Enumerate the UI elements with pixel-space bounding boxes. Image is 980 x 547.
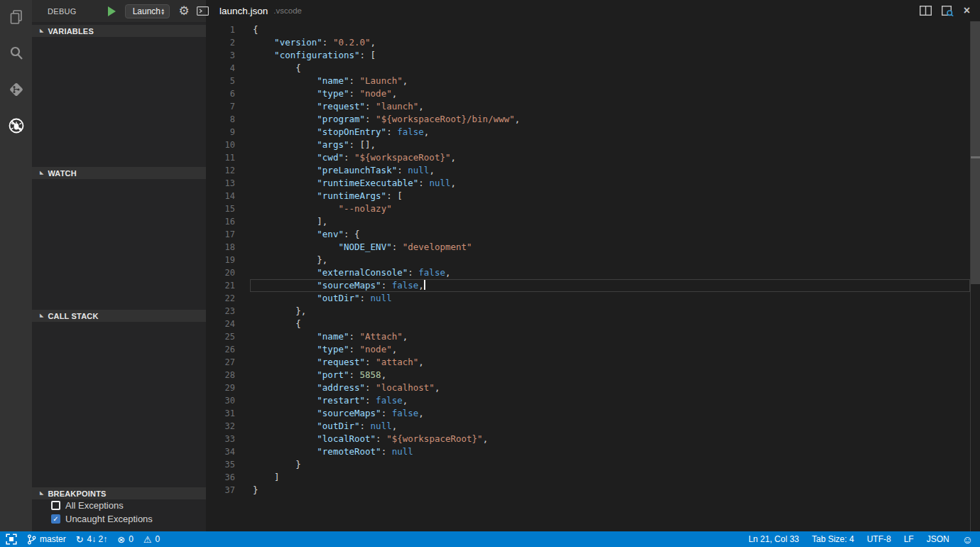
- code-line[interactable]: 15 "--nolazy": [206, 202, 970, 215]
- line-number[interactable]: 31: [206, 407, 250, 420]
- pane-header-call-stack[interactable]: ◣ CALL STACK: [32, 310, 206, 322]
- code-line-text[interactable]: "externalConsole": false,: [250, 266, 970, 279]
- code-line[interactable]: 20 "externalConsole": false,: [206, 266, 970, 279]
- line-number[interactable]: 15: [206, 202, 250, 215]
- code-line[interactable]: 14 "runtimeArgs": [: [206, 190, 970, 202]
- line-number[interactable]: 19: [206, 254, 250, 266]
- code-line-text[interactable]: "outDir": null: [250, 292, 970, 305]
- pane-header-variables[interactable]: ◣ VARIABLES: [32, 25, 206, 37]
- code-line-text[interactable]: }: [250, 458, 970, 471]
- line-number[interactable]: 22: [206, 292, 250, 305]
- code-line[interactable]: 11 "cwd": "${workspaceRoot}",: [206, 151, 970, 164]
- git-branch-status[interactable]: master: [27, 534, 66, 545]
- code-line[interactable]: 6 "type": "node",: [206, 87, 970, 100]
- code-line[interactable]: 16 ],: [206, 215, 970, 228]
- breakpoint-item[interactable]: ✓Uncaught Exceptions: [32, 512, 206, 526]
- code-line-text[interactable]: "type": "node",: [250, 87, 970, 100]
- code-line[interactable]: 10 "args": [],: [206, 139, 970, 151]
- code-line-text[interactable]: "restart": false,: [250, 394, 970, 407]
- encoding-status[interactable]: UTF-8: [867, 534, 891, 544]
- code-line-text[interactable]: "localRoot": "${workspaceRoot}",: [250, 433, 970, 445]
- split-editor-icon[interactable]: [920, 6, 932, 16]
- code-line[interactable]: 12 "preLaunchTask": null,: [206, 164, 970, 177]
- code-line[interactable]: 28 "port": 5858,: [206, 369, 970, 381]
- code-line-text[interactable]: "configurations": [: [250, 49, 970, 62]
- line-number[interactable]: 32: [206, 420, 250, 433]
- configure-gear-icon[interactable]: ⚙: [178, 5, 189, 17]
- code-line-text[interactable]: "args": [],: [250, 139, 970, 151]
- code-line[interactable]: 9 "stopOnEntry": false,: [206, 126, 970, 139]
- code-line[interactable]: 33 "localRoot": "${workspaceRoot}",: [206, 433, 970, 445]
- activity-item-debug[interactable]: [0, 109, 32, 145]
- code-line[interactable]: 17 "env": {: [206, 228, 970, 241]
- errors-status[interactable]: ⊗ 0: [117, 534, 134, 544]
- code-line-text[interactable]: "address": "localhost",: [250, 381, 970, 394]
- code-line[interactable]: 24 {: [206, 318, 970, 330]
- code-line[interactable]: 5 "name": "Launch",: [206, 75, 970, 87]
- cursor-position-status[interactable]: Ln 21, Col 33: [748, 534, 799, 544]
- code-line-text[interactable]: "request": "attach",: [250, 356, 970, 369]
- activity-item-source-control[interactable]: [0, 72, 32, 109]
- line-number[interactable]: 1: [206, 23, 250, 36]
- line-number[interactable]: 33: [206, 433, 250, 445]
- code-line-text[interactable]: "NODE_ENV": "development": [250, 241, 970, 254]
- line-number[interactable]: 18: [206, 241, 250, 254]
- code-line-text[interactable]: "remoteRoot": null: [250, 445, 970, 458]
- code-line[interactable]: 22 "outDir": null: [206, 292, 970, 305]
- line-number[interactable]: 35: [206, 458, 250, 471]
- code-line-text[interactable]: "name": "Launch",: [250, 75, 970, 87]
- code-line-text[interactable]: "cwd": "${workspaceRoot}",: [250, 151, 970, 164]
- code-line[interactable]: 7 "request": "launch",: [206, 100, 970, 113]
- code-line[interactable]: 19 },: [206, 254, 970, 266]
- code-line[interactable]: 27 "request": "attach",: [206, 356, 970, 369]
- code-line[interactable]: 8 "program": "${workspaceRoot}/bin/www",: [206, 113, 970, 126]
- line-number[interactable]: 4: [206, 62, 250, 75]
- sync-status[interactable]: ↻ 4↓ 2↑: [76, 534, 108, 544]
- code-line-text[interactable]: "request": "launch",: [250, 100, 970, 113]
- code-line[interactable]: 31 "sourceMaps": false,: [206, 407, 970, 420]
- frame-status-icon[interactable]: [6, 534, 17, 545]
- code-line-text[interactable]: "version": "0.2.0",: [250, 36, 970, 49]
- code-line-text[interactable]: "outDir": null,: [250, 420, 970, 433]
- code-line[interactable]: 34 "remoteRoot": null: [206, 445, 970, 458]
- line-number[interactable]: 5: [206, 75, 250, 87]
- line-number[interactable]: 28: [206, 369, 250, 381]
- line-number[interactable]: 34: [206, 445, 250, 458]
- line-number[interactable]: 8: [206, 113, 250, 126]
- code-line[interactable]: 29 "address": "localhost",: [206, 381, 970, 394]
- line-number[interactable]: 36: [206, 471, 250, 484]
- code-line-text[interactable]: "sourceMaps": false,: [250, 279, 970, 292]
- feedback-smiley-icon[interactable]: ☺: [962, 534, 973, 545]
- checkbox-checked-icon[interactable]: ✓: [51, 514, 60, 524]
- scrollbar-slider[interactable]: [971, 21, 980, 284]
- line-number[interactable]: 24: [206, 318, 250, 330]
- line-number[interactable]: 10: [206, 139, 250, 151]
- code-line[interactable]: 21 "sourceMaps": false,: [206, 279, 970, 292]
- code-line[interactable]: 18 "NODE_ENV": "development": [206, 241, 970, 254]
- line-number[interactable]: 37: [206, 484, 250, 497]
- code-line-text[interactable]: "program": "${workspaceRoot}/bin/www",: [250, 113, 970, 126]
- line-number[interactable]: 26: [206, 343, 250, 356]
- code-line-text[interactable]: {: [250, 62, 970, 75]
- code-line-text[interactable]: ],: [250, 215, 970, 228]
- line-number[interactable]: 7: [206, 100, 250, 113]
- code-line-text[interactable]: {: [250, 318, 970, 330]
- debug-console-icon[interactable]: [197, 6, 209, 16]
- breakpoint-item[interactable]: All Exceptions: [32, 499, 206, 512]
- line-number[interactable]: 27: [206, 356, 250, 369]
- code-line[interactable]: 35 }: [206, 458, 970, 471]
- activity-item-explorer[interactable]: [0, 0, 32, 36]
- code-line-text[interactable]: "preLaunchTask": null,: [250, 164, 970, 177]
- checkbox-unchecked-icon[interactable]: [51, 501, 60, 510]
- code-line-text[interactable]: {: [250, 23, 970, 36]
- code-line[interactable]: 30 "restart": false,: [206, 394, 970, 407]
- tab-size-status[interactable]: Tab Size: 4: [812, 534, 854, 544]
- line-number[interactable]: 16: [206, 215, 250, 228]
- code-line[interactable]: 37}: [206, 484, 970, 497]
- code-line-text[interactable]: },: [250, 305, 970, 318]
- line-number[interactable]: 14: [206, 190, 250, 202]
- line-number[interactable]: 9: [206, 126, 250, 139]
- code-line-text[interactable]: "runtimeArgs": [: [250, 190, 970, 202]
- debug-config-dropdown[interactable]: Launch ▲▼: [125, 4, 170, 18]
- line-number[interactable]: 30: [206, 394, 250, 407]
